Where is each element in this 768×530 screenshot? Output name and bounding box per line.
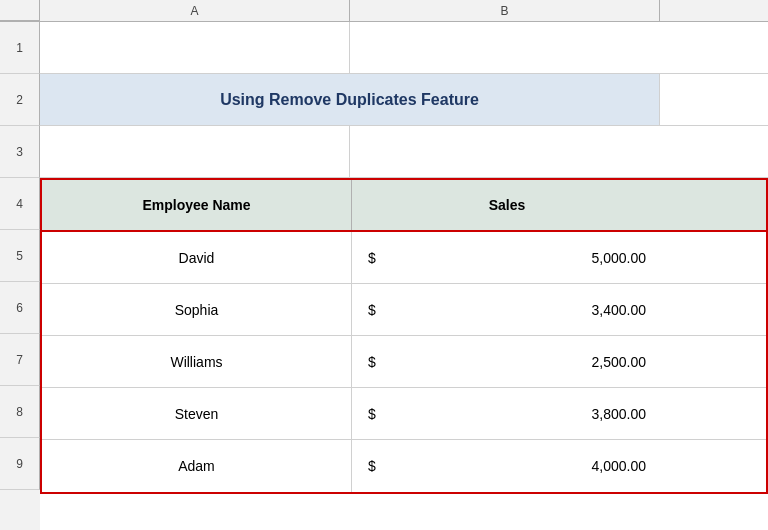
- cell-a3[interactable]: [40, 126, 350, 177]
- sales-cell[interactable]: $ 3,400.00: [352, 284, 662, 335]
- sales-amount: 4,000.00: [380, 458, 662, 474]
- table-row: Williams $ 2,500.00: [42, 336, 766, 388]
- data-block: Employee Name Sales David $ 5,000.00 Sop…: [40, 178, 768, 494]
- dollar-sign: $: [352, 458, 376, 474]
- row-num-5: 5: [0, 230, 40, 282]
- sales-amount: 2,500.00: [380, 354, 662, 370]
- cell-a1[interactable]: [40, 22, 350, 73]
- grid-content: Using Remove Duplicates Feature Employee…: [40, 22, 768, 530]
- title-cell[interactable]: Using Remove Duplicates Feature: [40, 74, 660, 125]
- employee-name-cell[interactable]: Sophia: [42, 284, 352, 335]
- employee-name-header: Employee Name: [42, 180, 352, 230]
- row-num-2: 2: [0, 74, 40, 126]
- sales-header: Sales: [352, 180, 662, 230]
- row-num-1: 1: [0, 22, 40, 74]
- col-header-c: C: [660, 0, 768, 21]
- col-header-b: B: [350, 0, 660, 21]
- row-num-4: 4: [0, 178, 40, 230]
- row-num-8: 8: [0, 386, 40, 438]
- dollar-sign: $: [352, 354, 376, 370]
- row-num-7: 7: [0, 334, 40, 386]
- sales-cell[interactable]: $ 2,500.00: [352, 336, 662, 387]
- dollar-sign: $: [352, 406, 376, 422]
- spreadsheet: A B C 1 2 3 4 5 6 7 8 9 Using Remove Dup…: [0, 0, 768, 530]
- col-header-a: A: [40, 0, 350, 21]
- sales-cell[interactable]: $ 5,000.00: [352, 232, 662, 283]
- cell-b1[interactable]: [350, 22, 660, 73]
- row-2: Using Remove Duplicates Feature: [40, 74, 768, 126]
- dollar-sign: $: [352, 302, 376, 318]
- spreadsheet-body: 1 2 3 4 5 6 7 8 9 Using Remove Duplicate…: [0, 22, 768, 530]
- table-row: Steven $ 3,800.00: [42, 388, 766, 440]
- table-row: Sophia $ 3,400.00: [42, 284, 766, 336]
- row-num-9: 9: [0, 438, 40, 490]
- employee-name-cell[interactable]: Steven: [42, 388, 352, 439]
- row-numbers: 1 2 3 4 5 6 7 8 9: [0, 22, 40, 530]
- row-num-6: 6: [0, 282, 40, 334]
- cell-b3[interactable]: [350, 126, 660, 177]
- sales-cell[interactable]: $ 4,000.00: [352, 440, 662, 492]
- employee-name-cell[interactable]: Williams: [42, 336, 352, 387]
- employee-name-cell[interactable]: David: [42, 232, 352, 283]
- table-row: Adam $ 4,000.00: [42, 440, 766, 492]
- row-1: [40, 22, 768, 74]
- corner-header: [0, 0, 40, 21]
- employee-name-cell[interactable]: Adam: [42, 440, 352, 492]
- header-row: Employee Name Sales: [42, 180, 766, 232]
- row-3: [40, 126, 768, 178]
- sales-amount: 3,400.00: [380, 302, 662, 318]
- table-row: David $ 5,000.00: [42, 232, 766, 284]
- sales-amount: 5,000.00: [380, 250, 662, 266]
- row-num-3: 3: [0, 126, 40, 178]
- sales-cell[interactable]: $ 3,800.00: [352, 388, 662, 439]
- sales-amount: 3,800.00: [380, 406, 662, 422]
- dollar-sign: $: [352, 250, 376, 266]
- column-headers: A B C: [0, 0, 768, 22]
